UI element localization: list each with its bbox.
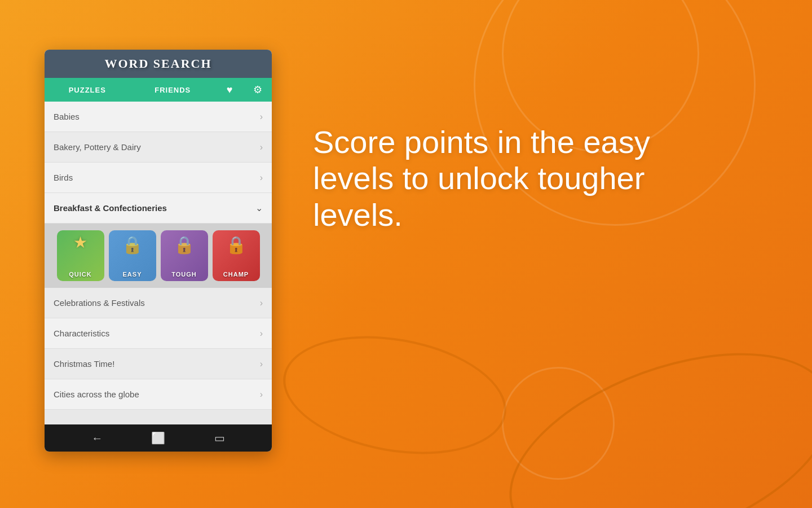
chevron-right-icon: › (260, 142, 263, 152)
tab-settings[interactable]: ⚙ (244, 78, 272, 102)
bg-arc (274, 320, 516, 470)
list-item-label: Bakery, Pottery & Dairy (54, 142, 141, 152)
list-item-label: Cities across the globe (54, 389, 139, 399)
star-icon: ★ (73, 233, 87, 252)
level-label-tough: TOUGH (171, 271, 197, 278)
chevron-right-icon: › (260, 359, 263, 369)
phone-mockup: WORD SEARCH PUZZLES FRIENDS ♥ ⚙ Babies ›… (45, 50, 272, 452)
level-label-easy: EASY (123, 271, 142, 278)
list-area: Babies › Bakery, Pottery & Dairy › Birds… (45, 102, 272, 424)
lock-icon: 🔒 (174, 235, 195, 255)
list-item[interactable]: Birds › (45, 163, 272, 193)
promo-heading: Score points in the easy levels to unloc… (313, 124, 736, 233)
level-card-easy[interactable]: 🔒 EASY (109, 230, 156, 281)
tab-puzzles[interactable]: PUZZLES (45, 78, 130, 102)
level-card-champ[interactable]: 🔒 CHAMP (213, 230, 260, 281)
tab-bar: PUZZLES FRIENDS ♥ ⚙ (45, 78, 272, 102)
chevron-down-icon: ⌄ (255, 203, 263, 213)
home-button[interactable]: ⬜ (151, 431, 165, 445)
list-item[interactable]: Celebrations & Festivals › (45, 288, 272, 318)
chevron-right-icon: › (260, 298, 263, 308)
chevron-right-icon: › (260, 173, 263, 183)
list-item[interactable]: Babies › (45, 102, 272, 132)
list-item-label: Characteristics (54, 329, 109, 338)
list-item[interactable]: Bakery, Pottery & Dairy › (45, 132, 272, 163)
list-item-label: Birds (54, 173, 73, 182)
tab-heart[interactable]: ♥ (215, 78, 244, 102)
chevron-right-icon: › (260, 329, 263, 339)
level-label-champ: CHAMP (223, 271, 249, 278)
level-card-quick[interactable]: ★ QUICK (57, 230, 104, 281)
list-item-label: Breakfast & Confectioneries (54, 203, 167, 213)
lock-icon: 🔒 (122, 235, 143, 255)
recent-button[interactable]: ▭ (214, 431, 225, 445)
android-nav: ← ⬜ ▭ (45, 424, 272, 452)
heart-icon: ♥ (227, 84, 233, 96)
app-header: WORD SEARCH (45, 50, 272, 78)
back-button[interactable]: ← (91, 432, 103, 445)
chevron-right-icon: › (260, 112, 263, 122)
list-item-label: Babies (54, 112, 80, 121)
list-item[interactable]: Christmas Time! › (45, 349, 272, 379)
level-cards-panel: ★ QUICK 🔒 EASY 🔒 TOUGH 🔒 CHAMP (45, 224, 272, 288)
tab-friends[interactable]: FRIENDS (130, 78, 216, 102)
list-item-expanded[interactable]: Breakfast & Confectioneries ⌄ (45, 193, 272, 224)
list-item-label: Christmas Time! (54, 359, 114, 369)
list-item[interactable]: Cities across the globe › (45, 379, 272, 410)
app-title: WORD SEARCH (104, 56, 211, 71)
level-card-tough[interactable]: 🔒 TOUGH (161, 230, 208, 281)
chevron-right-icon: › (260, 389, 263, 400)
list-item-label: Celebrations & Festivals (54, 298, 145, 308)
list-item[interactable]: Characteristics › (45, 318, 272, 349)
settings-icon: ⚙ (253, 84, 262, 96)
lock-icon: 🔒 (226, 235, 246, 255)
promo-text-area: Score points in the easy levels to unloc… (313, 124, 736, 233)
level-label-quick: QUICK (69, 271, 91, 278)
